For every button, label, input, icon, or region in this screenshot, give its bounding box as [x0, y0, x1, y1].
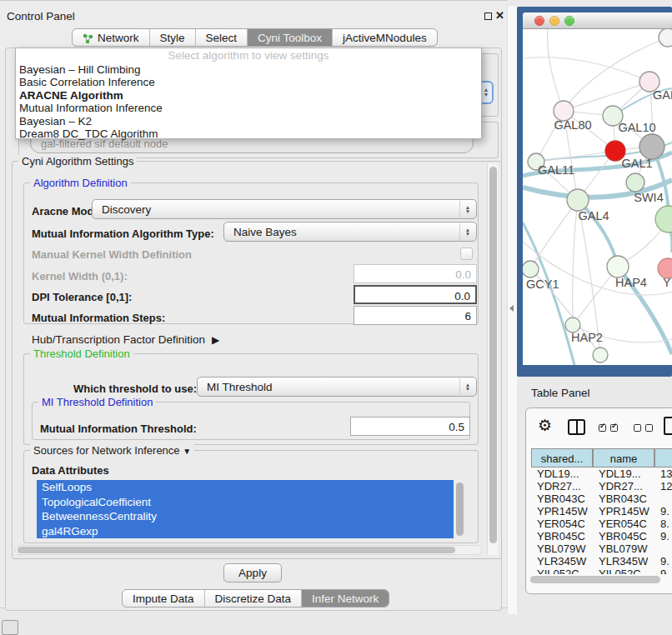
network-canvas[interactable]: GALGAL80GAL10GAL1GAL11SWI4GAL4GCY1HAP4YH… — [523, 29, 672, 365]
algorithm-option[interactable]: Dream8 DC_TDC Algorithm — [16, 128, 481, 140]
table-horizontal-scrollbar[interactable] — [530, 576, 660, 583]
table-row[interactable]: YPR145WYPR145W9. — [531, 505, 672, 518]
manual-kernel-label: Manual Kernel Width Definition — [32, 248, 192, 261]
swi4-node[interactable] — [626, 173, 644, 192]
dpi-tolerance-label: DPI Tolerance [0,1]: — [32, 291, 132, 303]
attribute-item[interactable]: TopologicalCoefficient — [37, 495, 454, 510]
node-label: Y — [663, 276, 671, 289]
column-header-name[interactable]: name — [593, 448, 654, 468]
algorithm-dropdown-popup: Select algorithm to view settings Bayesi… — [15, 48, 482, 139]
mi-threshold-label: Mutual Information Threshold: — [40, 422, 197, 435]
mi-steps-field[interactable]: 6 — [354, 306, 477, 325]
attribute-item[interactable]: BetweennessCentrality — [37, 509, 454, 524]
table-row[interactable]: YER054CYER054C8. — [531, 518, 672, 530]
zoom-traffic-light-icon[interactable] — [564, 16, 574, 26]
algorithm-option[interactable]: Bayesian – K2 — [16, 115, 481, 128]
hap4-node[interactable] — [607, 256, 629, 278]
table-body: YDL19...YDL19...13YDR27...YDR27...12YBR0… — [531, 468, 672, 574]
which-threshold-combobox[interactable]: MI Threshold ▲▼ — [197, 377, 477, 397]
network-node-labels: GALGAL80GAL10GAL1GAL11SWI4GAL4GCY1HAP4YH… — [526, 88, 672, 344]
which-threshold-label: Which threshold to use: — [73, 382, 197, 395]
hub-definition-expander[interactable]: Hub/Transcription Factor Definition▶ — [32, 333, 219, 346]
column-header-cut[interactable] — [654, 448, 672, 468]
algorithm-option[interactable]: ARACNE Algorithm — [16, 89, 481, 102]
table-row[interactable]: YBL079WYBL079W — [531, 542, 672, 555]
node-label: HAP4 — [615, 276, 647, 289]
green-node[interactable] — [655, 206, 672, 232]
deselect-all-checkboxes-icon[interactable] — [634, 424, 653, 432]
cyni-bottom-tabs: Impute Data Discretize Data Infer Networ… — [122, 589, 389, 608]
table-header-row: shared... name — [531, 448, 672, 468]
gear-icon[interactable]: ⚙ — [538, 416, 552, 435]
node-label: SWI4 — [634, 191, 663, 204]
table-row[interactable]: YBR045CYBR045C9. — [531, 530, 672, 542]
settings-vertical-scrollbar[interactable] — [487, 163, 498, 555]
mi-steps-label: Mutual Information Steps: — [32, 312, 165, 324]
kernel-width-field[interactable]: 0.0 — [354, 264, 477, 283]
attribute-list-scrollbar[interactable] — [456, 482, 464, 536]
mi-threshold-group-title: MI Threshold Definition — [38, 396, 156, 408]
close-icon[interactable]: ✕ — [495, 9, 504, 22]
close-traffic-light-icon[interactable] — [534, 16, 544, 26]
attribute-item[interactable]: SelfLoops — [37, 480, 454, 495]
tab-select[interactable]: Select — [195, 29, 248, 46]
expander-arrow-icon: ▶ — [212, 334, 219, 346]
gal4-node[interactable] — [567, 189, 589, 211]
collapsed-panel-box[interactable] — [2, 620, 18, 635]
node-label: GAL — [653, 88, 672, 102]
algorithm-definition-title: Algorithm Definition — [30, 177, 131, 189]
control-panel-tabs: Network Style Select Cyni Toolbox jActiv… — [72, 28, 438, 47]
document-icon[interactable] — [664, 417, 672, 435]
top-node[interactable] — [659, 29, 672, 47]
sources-group-title[interactable]: Sources for Network Inference ▼ — [30, 444, 194, 457]
node-label: GAL11 — [538, 163, 574, 177]
tab-network[interactable]: Network — [73, 29, 149, 46]
data-attributes-list: SelfLoopsTopologicalCoefficientBetweenne… — [37, 480, 454, 538]
table-row[interactable]: YDR27...YDR27...12 — [531, 480, 672, 492]
data-attributes-label: Data Attributes — [32, 464, 109, 477]
apply-button[interactable]: Apply — [223, 563, 282, 582]
node-label: GAL4 — [578, 209, 609, 222]
aracne-mode-combobox[interactable]: Discovery ▲▼ — [92, 199, 477, 219]
table-panel-title: Table Panel — [531, 387, 590, 399]
tab-infer-network[interactable]: Infer Network — [301, 590, 389, 607]
table-row[interactable]: YBR043CYBR043C — [531, 492, 672, 505]
table-row[interactable]: YIL052CYIL052C9 — [531, 568, 672, 574]
network-window-titlebar[interactable] — [523, 12, 672, 29]
table-row[interactable]: YDL19...YDL19...13 — [531, 468, 672, 480]
attribute-item[interactable]: gal4RGexp — [37, 524, 454, 539]
algorithm-placeholder: Select algorithm to view settings — [16, 49, 481, 63]
algorithm-option[interactable]: Mutual Information Inference — [16, 102, 481, 114]
tab-cyni-toolbox[interactable]: Cyni Toolbox — [247, 29, 332, 46]
select-all-checkboxes-icon[interactable] — [599, 424, 618, 432]
tab-style[interactable]: Style — [149, 29, 195, 46]
panel-title: Control Panel — [7, 10, 75, 22]
node-label: GAL10 — [618, 121, 655, 134]
minimize-traffic-light-icon[interactable] — [549, 16, 559, 26]
splitter-collapse-arrow-icon[interactable] — [509, 305, 514, 312]
mi-threshold-field[interactable]: 0.5 — [350, 417, 470, 436]
stepper-icon: ▲▼ — [459, 201, 475, 218]
table-panel-window: ⚙ shared... name YDL19...YDL19...13YDR27… — [525, 408, 672, 594]
node-label: GAL1 — [621, 157, 652, 170]
gcy1-node[interactable] — [523, 261, 539, 278]
split-columns-icon[interactable] — [568, 419, 585, 435]
gray-node[interactable] — [639, 134, 664, 159]
network-icon — [83, 33, 93, 43]
bottom-node[interactable] — [593, 348, 608, 362]
mi-type-combobox[interactable]: Naive Bayes ▲▼ — [223, 222, 477, 242]
algorithm-option[interactable]: Basic Correlation Inference — [16, 76, 481, 88]
threshold-definition-title: Threshold Definition — [30, 348, 133, 360]
algorithm-option[interactable]: Bayesian – Hill Climbing — [16, 63, 481, 76]
kernel-width-label: Kernel Width (0,1): — [32, 270, 128, 282]
float-window-icon[interactable] — [484, 12, 492, 20]
settings-horizontal-scrollbar[interactable] — [15, 545, 482, 555]
dpi-tolerance-field[interactable]: 0.0 — [354, 285, 477, 304]
column-header-shared-name[interactable]: shared... — [531, 448, 593, 468]
tab-discretize-data[interactable]: Discretize Data — [204, 590, 302, 607]
tab-impute-data[interactable]: Impute Data — [123, 590, 204, 607]
tab-jactivemnodules[interactable]: jActiveMNodules — [332, 29, 437, 46]
node-label: HAP2 — [571, 331, 603, 344]
manual-kernel-checkbox[interactable] — [460, 248, 473, 260]
table-row[interactable]: YLR345WYLR345W9. — [531, 555, 672, 568]
